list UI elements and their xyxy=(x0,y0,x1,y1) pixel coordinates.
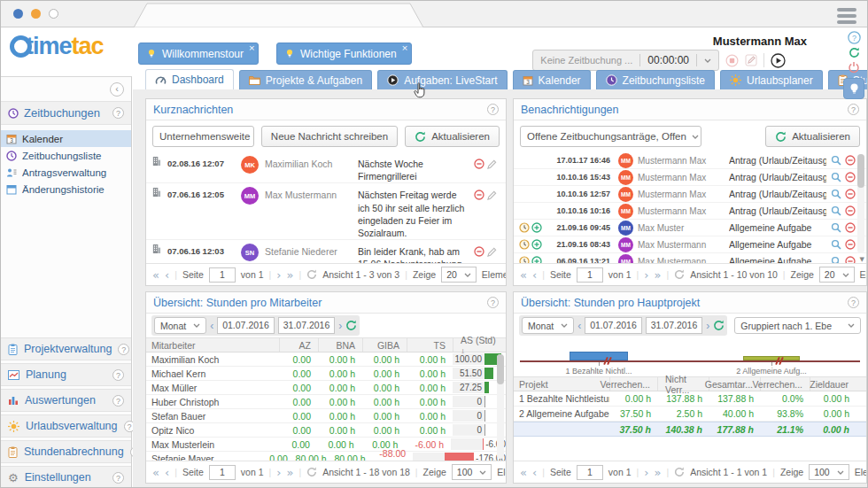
banner-willkommenstour[interactable]: Willkommenstour × xyxy=(138,43,259,65)
sidebar-collapse-button[interactable]: ‹ xyxy=(110,82,124,97)
help-icon[interactable]: ? xyxy=(112,395,124,407)
period-mode-select[interactable]: Monat xyxy=(522,317,574,334)
help-icon[interactable]: ? xyxy=(112,472,124,484)
tab-dashboard[interactable]: Dashboard xyxy=(145,69,234,89)
column-header-mitarbeiter[interactable]: Mitarbeiter xyxy=(146,338,279,352)
prev-period-icon[interactable]: ‹ xyxy=(210,320,213,332)
minus-circle-icon[interactable] xyxy=(845,189,856,199)
first-page-button[interactable]: « xyxy=(520,467,527,478)
next-page-button[interactable]: › xyxy=(276,467,281,478)
next-period-icon[interactable]: › xyxy=(706,320,709,332)
new-message-button[interactable]: Neue Nachricht schreiben xyxy=(261,126,398,147)
group-by-select[interactable]: Gruppiert nach 1. Ebe xyxy=(734,317,861,334)
tab-projekte-aufgaben[interactable]: Projekte & Aufgaben xyxy=(239,70,372,89)
pencil-icon[interactable] xyxy=(487,190,497,200)
magnifier-icon[interactable] xyxy=(831,189,841,199)
help-icon[interactable]: ? xyxy=(487,297,499,308)
column-header-ts[interactable]: TS xyxy=(407,338,453,352)
refresh-icon[interactable] xyxy=(674,467,685,477)
page-input[interactable] xyxy=(209,267,236,283)
sidebar-section-einstellungen[interactable]: ⚙Einstellungen? xyxy=(1,466,131,488)
column-header-nicht-verr[interactable]: Nicht Verr... xyxy=(657,377,709,391)
sidebar-section-urlaubsverwaltung[interactable]: Urlaubsverwaltung? xyxy=(1,414,131,438)
edit-booking-button[interactable] xyxy=(745,54,757,66)
help-icon[interactable]: ? xyxy=(487,104,499,115)
time-booking-selector[interactable]: Keine Zeitbuchung ... 00:00:00 xyxy=(532,50,719,71)
next-page-button[interactable]: › xyxy=(644,269,648,281)
close-icon[interactable]: × xyxy=(401,43,408,52)
refresh-button[interactable]: Aktualisieren xyxy=(765,126,860,147)
employee-row[interactable]: Stefan Bauer0.000.00 h0.00 h0.00 h0 xyxy=(146,409,506,423)
minus-circle-icon[interactable] xyxy=(845,155,856,166)
magnifier-icon[interactable] xyxy=(831,239,841,250)
page-input[interactable] xyxy=(577,465,603,480)
refresh-icon[interactable] xyxy=(674,269,685,280)
scrollbar[interactable] xyxy=(857,154,864,253)
sidebar-item-kalender[interactable]: 3Kalender xyxy=(1,130,131,147)
window-button-2[interactable] xyxy=(31,9,41,19)
magnifier-icon[interactable] xyxy=(831,155,841,166)
date-to-field[interactable]: 31.07.2016 xyxy=(646,317,703,334)
last-page-button[interactable]: » xyxy=(654,269,661,281)
minus-circle-icon[interactable] xyxy=(845,172,856,182)
first-page-button[interactable]: « xyxy=(152,269,159,281)
prev-page-button[interactable]: ‹ xyxy=(532,467,537,478)
minus-circle-icon[interactable] xyxy=(845,205,856,216)
window-button-1[interactable] xyxy=(13,9,23,19)
help-icon[interactable]: ? xyxy=(112,107,124,119)
column-header-zieldauer[interactable]: Zieldauer xyxy=(810,377,856,391)
column-header-az[interactable]: AZ xyxy=(279,338,318,352)
chevron-down-icon[interactable] xyxy=(704,58,711,63)
page-input[interactable] xyxy=(577,267,603,283)
sidebar-group-zeitbuchungen[interactable]: Zeitbuchungen ? xyxy=(1,101,131,125)
tab-zeitbuchungsliste[interactable]: Zeitbuchungsliste xyxy=(596,70,715,89)
column-header-verrechen[interactable]: Verrechen... xyxy=(760,377,810,391)
help-icon[interactable]: ? xyxy=(848,297,859,308)
refresh-icon[interactable] xyxy=(713,320,725,331)
page-size-select[interactable]: 20 xyxy=(441,267,477,283)
refresh-icon[interactable] xyxy=(306,269,317,280)
employee-row[interactable]: Opitz Nico0.000.00 h0.00 h0.00 h0 xyxy=(146,423,506,438)
refresh-icon[interactable] xyxy=(849,47,860,58)
tab-urlaubsplaner[interactable]: Urlaubsplaner xyxy=(720,70,823,89)
prev-page-button[interactable]: ‹ xyxy=(165,269,169,281)
window-button-3[interactable] xyxy=(49,9,58,19)
project-bar[interactable] xyxy=(743,356,800,360)
stop-button[interactable] xyxy=(725,54,739,67)
magnifier-icon[interactable] xyxy=(831,172,841,182)
employee-row[interactable]: Maximilian Koch0.000.00 h0.00 h0.00 h100… xyxy=(146,352,506,367)
tab-kalender[interactable]: 3Kalender xyxy=(513,70,591,89)
period-mode-select[interactable]: Monat xyxy=(154,317,206,334)
plus-circle-icon[interactable] xyxy=(531,222,542,233)
prev-page-button[interactable]: ‹ xyxy=(165,467,169,478)
last-page-button[interactable]: » xyxy=(654,467,661,478)
magnifier-icon[interactable] xyxy=(831,222,841,233)
message-filter-dropdown[interactable]: Unternehmensweite Nachrichten, N xyxy=(152,126,254,147)
column-header-as-std[interactable]: AS (Std) ↓ xyxy=(453,338,506,352)
logout-icon[interactable] xyxy=(848,61,860,74)
refresh-icon[interactable] xyxy=(306,467,317,477)
project-row[interactable]: 2 Allgemeine Aufgaben37.50 h2.50 h40.00 … xyxy=(514,407,866,422)
first-page-button[interactable]: « xyxy=(152,467,159,478)
pencil-icon[interactable] xyxy=(487,246,497,257)
prev-page-button[interactable]: ‹ xyxy=(532,269,537,281)
next-period-icon[interactable]: › xyxy=(338,320,342,332)
help-icon[interactable]: ? xyxy=(112,369,124,381)
sidebar-section-stundenabrechnung[interactable]: Stundenabrechnung? xyxy=(1,440,131,463)
magnifier-icon[interactable] xyxy=(831,205,841,216)
employee-row[interactable]: Max Musterlein0.000.00 h0.00 h-6.00 h-6.… xyxy=(146,438,506,452)
banner-wichtige-funktionen[interactable]: Wichtige Funktionen × xyxy=(276,43,412,65)
employee-row[interactable]: Huber Christoph0.000.00 h0.00 h0.00 h0 xyxy=(146,395,506,409)
refresh-icon[interactable] xyxy=(345,320,357,331)
first-page-button[interactable]: « xyxy=(520,269,527,281)
next-page-button[interactable]: › xyxy=(276,269,281,281)
close-icon[interactable]: × xyxy=(248,43,255,52)
sidebar-section-auswertungen[interactable]: Auswertungen? xyxy=(1,389,131,412)
scrollbar[interactable] xyxy=(497,354,504,459)
pencil-icon[interactable] xyxy=(487,159,497,169)
date-to-field[interactable]: 31.07.2016 xyxy=(278,317,336,334)
avatar[interactable]: MM xyxy=(802,33,842,74)
minus-circle-icon[interactable] xyxy=(845,239,856,250)
column-header-bna[interactable]: BNA xyxy=(318,338,362,352)
minus-circle-icon[interactable] xyxy=(474,246,484,257)
